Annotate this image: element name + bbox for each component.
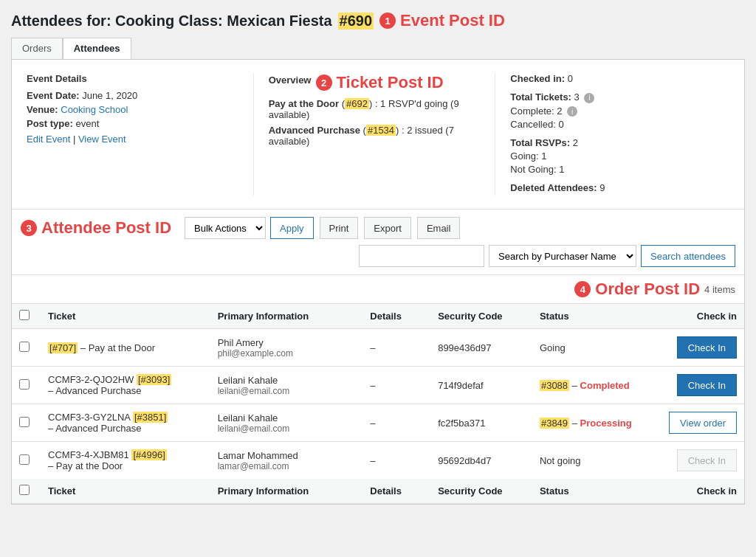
select-all-checkbox[interactable] — [19, 310, 30, 320]
row3-status-sep: – — [572, 418, 580, 429]
row4-ticket-id: [#4996] — [131, 449, 166, 460]
annotation4-circle: 4 — [574, 281, 591, 297]
th-status: Status — [532, 304, 651, 329]
print-button[interactable]: Print — [320, 217, 359, 239]
row3-email: leilani@email.com — [218, 423, 356, 434]
advanced-purchase-row: Advanced Purchase (#1534) : 2 issued (7 … — [269, 125, 488, 147]
not-going-label: Not Going: — [510, 164, 556, 175]
not-going-row: Not Going: 1 — [510, 164, 729, 175]
annotation3-label: Attendee Post ID — [41, 218, 171, 238]
annotation1: 1 Event Post ID — [379, 11, 505, 30]
table-row: CCMF3-2-QJO2HW [#3093] – Advanced Purcha… — [12, 367, 744, 404]
row4-ticket-prefix: CCMF3-4-XJBM81 — [48, 449, 131, 460]
th-security: Security Code — [430, 304, 532, 329]
export-button[interactable]: Export — [364, 217, 411, 239]
row3-status-text: Processing — [580, 418, 632, 429]
row4-checkin-button[interactable]: Check In — [677, 449, 737, 471]
event-id-highlight: #690 — [338, 13, 374, 30]
overview-section: Overview 2 Ticket Post ID Pay at the Doo… — [253, 73, 488, 196]
table-body: [#707] – Pay at the Door Phil Amery phil… — [12, 329, 744, 480]
edit-event-link[interactable]: Edit Event — [27, 134, 70, 145]
post-type-label: Post type: — [27, 118, 73, 129]
items-count-bar: 4 Order Post ID 4 items — [12, 275, 744, 304]
link-separator: | — [73, 134, 78, 145]
complete-label: Complete: — [510, 105, 554, 117]
row2-order-id: #3088 — [540, 380, 569, 391]
row1-ticket-name: – Pay at the Door — [80, 342, 155, 353]
total-tickets-row: Total Tickets: 3 i — [510, 91, 729, 103]
footer-select-all[interactable] — [19, 485, 30, 495]
row1-primary-info: Phil Amery phil@example.com — [218, 337, 356, 359]
row1-security: 899e436d97 — [430, 329, 532, 367]
table-row: [#707] – Pay at the Door Phil Amery phil… — [12, 329, 744, 367]
th-ticket: Ticket — [41, 304, 210, 329]
row3-order-id: #3849 — [540, 418, 569, 429]
row3-primary-info: Leilani Kahale leilani@email.com — [218, 412, 356, 434]
search-type-dropdown[interactable]: Search by Purchaser Name — [489, 245, 636, 267]
row1-checkin-button[interactable]: Check In — [677, 336, 737, 359]
search-input[interactable] — [359, 245, 484, 267]
tfoot-status: Status — [532, 479, 651, 504]
row2-ticket-code: CCMF3-2-QJO2HW [#3093] – Advanced Purcha… — [48, 374, 203, 396]
event-details-section: Event Details Event Date: June 1, 2020 V… — [27, 73, 246, 196]
pay-at-door-id: (#692) — [342, 98, 373, 109]
table-footer: Ticket Primary Information Details Secur… — [12, 479, 744, 504]
page-wrapper: Attendees for: Cooking Class: Mexican Fi… — [0, 0, 756, 516]
checked-in-label: Checked in: — [510, 73, 565, 84]
row3-details: – — [362, 404, 430, 442]
attendee-toolbar: 3 Attendee Post ID Bulk Actions Apply Pr… — [12, 210, 744, 275]
row2-status-sep: – — [572, 380, 580, 391]
search-attendees-button[interactable]: Search attendees — [641, 245, 735, 267]
total-rsvps-label: Total RSVPs: — [510, 137, 570, 148]
event-details-heading: Event Details — [27, 73, 246, 84]
email-button[interactable]: Email — [417, 217, 461, 239]
row2-select[interactable] — [19, 379, 30, 390]
row3-primary: Leilani Kahale leilani@email.com — [210, 404, 363, 442]
complete-help-icon[interactable]: i — [567, 106, 577, 117]
tab-attendees[interactable]: Attendees — [63, 38, 131, 59]
row2-checkin-button[interactable]: Check In — [677, 374, 737, 396]
row3-ticket-prefix: CCMF3-3-GY2LNA — [48, 412, 133, 423]
th-checkin: Check in — [651, 304, 744, 329]
bulk-actions-group: Bulk Actions Apply — [185, 217, 314, 239]
venue-link[interactable]: Cooking School — [61, 104, 128, 115]
row4-checkin: Check In — [651, 442, 744, 480]
going-row: Going: 1 — [510, 151, 729, 162]
row1-details: – — [362, 329, 430, 367]
stats-section: Checked in: 0 Total Tickets: 3 i Complet… — [495, 73, 729, 196]
going-label: Going: — [510, 151, 538, 162]
row4-select[interactable] — [19, 454, 30, 465]
th-details: Details — [362, 304, 430, 329]
row2-checkin: Check In — [651, 367, 744, 404]
row2-name: Leilani Kahale — [218, 375, 356, 386]
row4-primary-info: Lamar Mohammed lamar@email.com — [218, 450, 356, 471]
attendees-table: Ticket Primary Information Details Secur… — [12, 304, 744, 504]
overview-heading: Overview — [269, 75, 312, 86]
tfoot-checkbox — [12, 479, 41, 504]
bulk-actions-dropdown[interactable]: Bulk Actions — [185, 217, 266, 239]
th-checkbox — [12, 304, 41, 329]
deleted-label: Deleted Attendees: — [510, 182, 597, 193]
row1-status: Going — [532, 329, 651, 367]
page-title-text: Attendees for: Cooking Class: Mexican Fi… — [11, 13, 332, 30]
annotation1-circle: 1 — [379, 13, 396, 29]
row3-view-order-button[interactable]: View order — [669, 412, 737, 434]
row1-select[interactable] — [19, 342, 30, 352]
checked-in-row: Checked in: 0 — [510, 73, 729, 84]
row3-select[interactable] — [19, 417, 30, 427]
tfoot-security: Security Code — [430, 479, 532, 504]
row4-ticket-name: – Pay at the Door — [48, 460, 203, 471]
total-tickets-help-icon[interactable]: i — [584, 93, 594, 103]
tfoot-primary: Primary Information — [210, 479, 363, 504]
row3-checkin: View order — [651, 404, 744, 442]
pay-at-door-row: Pay at the Door (#692) : 1 RSVP'd going … — [269, 98, 488, 120]
apply-button[interactable]: Apply — [270, 217, 314, 239]
view-event-link[interactable]: View Event — [78, 134, 126, 145]
annotation3-circle: 3 — [21, 220, 37, 236]
tab-content: Event Details Event Date: June 1, 2020 V… — [11, 59, 745, 505]
footer-row: Ticket Primary Information Details Secur… — [12, 479, 744, 504]
search-group: Search by Purchaser Name Search attendee… — [359, 245, 735, 267]
row4-security: 95692db4d7 — [430, 442, 532, 480]
row4-name: Lamar Mohammed — [218, 450, 356, 461]
tab-orders[interactable]: Orders — [11, 38, 63, 59]
